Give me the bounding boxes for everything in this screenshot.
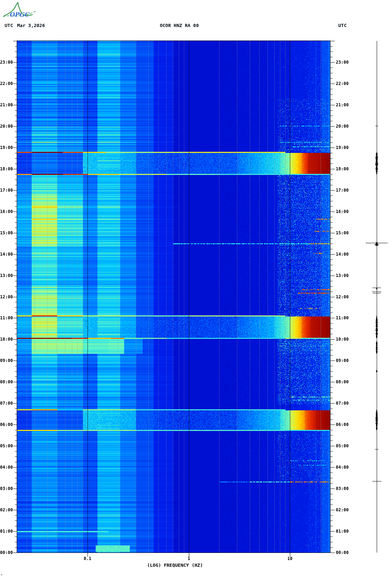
hour-label-right: 21:00: [336, 102, 349, 107]
hour-label-right: 02:00: [336, 507, 349, 512]
logo-text: OPGC: [9, 11, 30, 18]
x-tick-label: 0.1: [77, 556, 98, 561]
hour-label-left: 12:00: [0, 294, 12, 299]
hour-label-right: 08:00: [336, 379, 349, 384]
hour-label-left: 08:00: [0, 379, 12, 384]
x-tick-label: 10: [279, 556, 301, 561]
hour-label-right: 19:00: [336, 145, 349, 150]
hour-label-left: 20:00: [0, 124, 12, 129]
hour-label-left: 01:00: [0, 529, 12, 534]
hour-label-left: 16:00: [0, 209, 12, 214]
opgc-logo: OPGC: [2, 1, 41, 20]
timezone-label-left: UTC: [5, 23, 13, 28]
hour-label-right: 04:00: [336, 465, 349, 470]
hour-label-right: 09:00: [336, 358, 349, 363]
footer-glyph: a: [1, 573, 2, 576]
hour-label-right: 03:00: [336, 486, 349, 491]
hour-label-right: 23:00: [336, 60, 349, 65]
hour-label-right: 14:00: [336, 252, 349, 257]
hour-label-left: 15:00: [0, 230, 12, 235]
hour-label-left: 05:00: [0, 443, 12, 448]
hour-label-left: 02:00: [0, 507, 12, 512]
x-tick-label: 1: [178, 556, 200, 561]
hour-label-right: 01:00: [336, 529, 349, 534]
hour-label-left: 06:00: [0, 422, 12, 427]
hour-label-left: 21:00: [0, 102, 12, 107]
hour-label-left: 13:00: [0, 273, 12, 278]
date-label: Mar 3,2026: [17, 23, 45, 28]
hour-label-left: 18:00: [0, 166, 12, 171]
hour-label-right: 10:00: [336, 337, 349, 342]
hour-label-left: 11:00: [0, 315, 12, 320]
hour-label-right: 22:00: [336, 81, 349, 86]
hour-label-left: 23:00: [0, 60, 12, 65]
hour-label-right: 15:00: [336, 230, 349, 235]
spectrogram-canvas: [0, 0, 392, 581]
hour-label-left: 10:00: [0, 337, 12, 342]
hour-label-right: 13:00: [336, 273, 349, 278]
hour-label-right: 07:00: [336, 401, 349, 406]
hour-label-left: 07:00: [0, 401, 12, 406]
hour-label-right: 11:00: [336, 315, 349, 320]
hour-label-left: 00:00: [0, 550, 12, 555]
hour-label-right: 20:00: [336, 124, 349, 129]
hour-label-right: 00:00: [336, 550, 349, 555]
hour-label-right: 18:00: [336, 166, 349, 171]
hour-label-right: 05:00: [336, 443, 349, 448]
hour-label-left: 04:00: [0, 465, 12, 470]
hour-label-left: 09:00: [0, 358, 12, 363]
spectrogram-figure: OPGC UTC Mar 3,2026 OCOR HNZ RA 00 UTC 2…: [0, 0, 392, 581]
hour-label-right: 16:00: [336, 209, 349, 214]
hour-label-left: 22:00: [0, 81, 12, 86]
hour-label-left: 14:00: [0, 252, 12, 257]
frequency-axis-label: (LOG) FREQUENCY (HZ): [118, 563, 232, 568]
timezone-label-right: UTC: [338, 23, 346, 28]
station-title: OCOR HNZ RA 00: [129, 23, 229, 28]
hour-label-right: 06:00: [336, 422, 349, 427]
hour-label-left: 03:00: [0, 486, 12, 491]
hour-label-right: 17:00: [336, 188, 349, 193]
hour-label-left: 19:00: [0, 145, 12, 150]
hour-label-left: 17:00: [0, 188, 12, 193]
hour-label-right: 12:00: [336, 294, 349, 299]
